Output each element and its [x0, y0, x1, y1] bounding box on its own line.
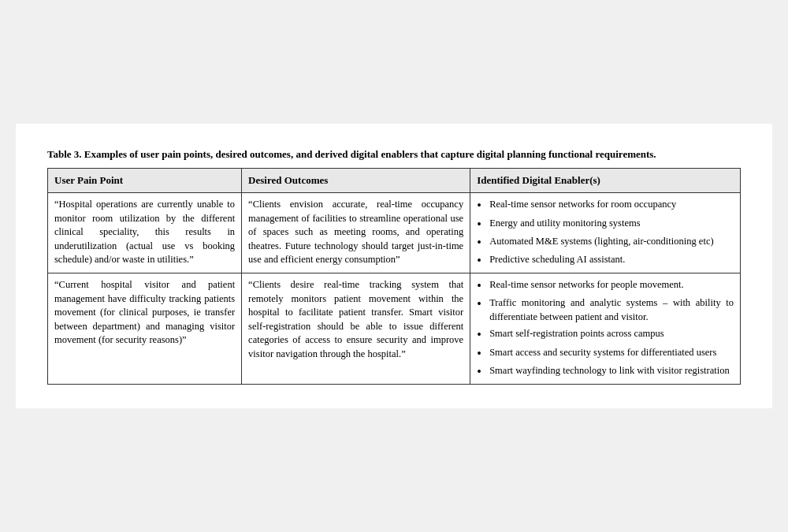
list-item: •Real-time sensor networks for people mo…	[477, 278, 734, 293]
list-item: •Smart access and security systems for d…	[477, 346, 734, 361]
enabler-text: Smart access and security systems for di…	[489, 346, 734, 360]
table-row: “Hospital operations are currently unabl…	[48, 193, 741, 273]
bullet-icon: •	[477, 296, 488, 311]
enabler-text: Energy and utility monitoring systems	[489, 217, 734, 231]
bullet-icon: •	[477, 278, 488, 293]
table-caption: Table 3. Examples of user pain points, d…	[47, 147, 741, 162]
bullet-icon: •	[477, 198, 488, 213]
outcomes-cell-1: “Clients desire real-time tracking syste…	[242, 273, 470, 385]
bullet-icon: •	[477, 346, 488, 361]
pain-cell-0: “Hospital operations are currently unabl…	[48, 193, 242, 273]
enabler-text: Automated M&E systems (lighting, air-con…	[489, 235, 734, 249]
pain-cell-1: “Current hospital visitor and patient ma…	[48, 273, 242, 385]
list-item: •Automated M&E systems (lighting, air-co…	[477, 235, 734, 250]
table-row: “Current hospital visitor and patient ma…	[48, 273, 741, 385]
list-item: •Traffic monitoring and analytic systems…	[477, 296, 734, 324]
enablers-cell-1: •Real-time sensor networks for people mo…	[470, 273, 741, 385]
page-container: Table 3. Examples of user pain points, d…	[16, 124, 772, 408]
enabler-text: Real-time sensor networks for people mov…	[489, 278, 734, 292]
header-outcomes: Desired Outcomes	[242, 169, 470, 193]
enablers-list-0: •Real-time sensor networks for room occu…	[477, 198, 734, 268]
bullet-icon: •	[477, 364, 488, 379]
list-item: •Smart wayfinding technology to link wit…	[477, 364, 734, 379]
header-pain: User Pain Point	[48, 169, 242, 193]
bullet-icon: •	[477, 217, 488, 232]
bullet-icon: •	[477, 327, 488, 342]
bullet-icon: •	[477, 253, 488, 268]
enabler-text: Predictive scheduling AI assistant.	[489, 253, 734, 267]
enablers-list-1: •Real-time sensor networks for people mo…	[477, 278, 734, 379]
list-item: •Real-time sensor networks for room occu…	[477, 198, 734, 213]
outcomes-cell-0: “Clients envision accurate, real-time oc…	[242, 193, 470, 273]
header-enablers: Identified Digital Enabler(s)	[470, 169, 741, 193]
list-item: •Smart self-registration points across c…	[477, 327, 734, 342]
main-table: User Pain Point Desired Outcomes Identif…	[47, 168, 741, 385]
enabler-text: Smart wayfinding technology to link with…	[489, 364, 734, 378]
enablers-cell-0: •Real-time sensor networks for room occu…	[470, 193, 741, 273]
list-item: •Predictive scheduling AI assistant.	[477, 253, 734, 268]
enabler-text: Smart self-registration points across ca…	[489, 327, 734, 341]
list-item: •Energy and utility monitoring systems	[477, 217, 734, 232]
enabler-text: Traffic monitoring and analytic systems …	[489, 296, 734, 324]
enabler-text: Real-time sensor networks for room occup…	[489, 198, 734, 212]
bullet-icon: •	[477, 235, 488, 250]
